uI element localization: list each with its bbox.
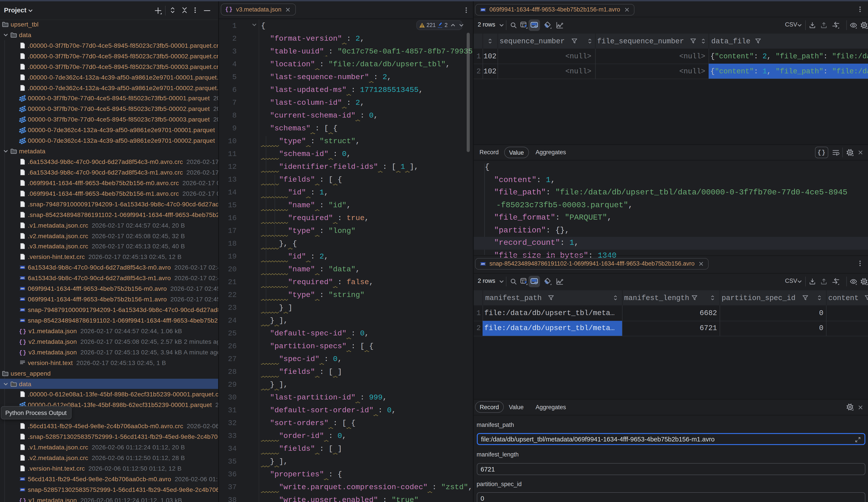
svg-text:avro: avro (20, 309, 25, 311)
svg-text:avro: avro (20, 277, 25, 279)
svg-text:avro: avro (20, 298, 25, 300)
svg-text:avro: avro (20, 488, 25, 491)
svg-text:avro: avro (20, 266, 25, 269)
svg-text:avro: avro (480, 262, 485, 265)
svg-text:avro: avro (20, 478, 25, 480)
svg-text:avro: avro (20, 319, 25, 321)
svg-text:avro: avro (20, 288, 25, 290)
svg-text:avro: avro (480, 8, 485, 11)
